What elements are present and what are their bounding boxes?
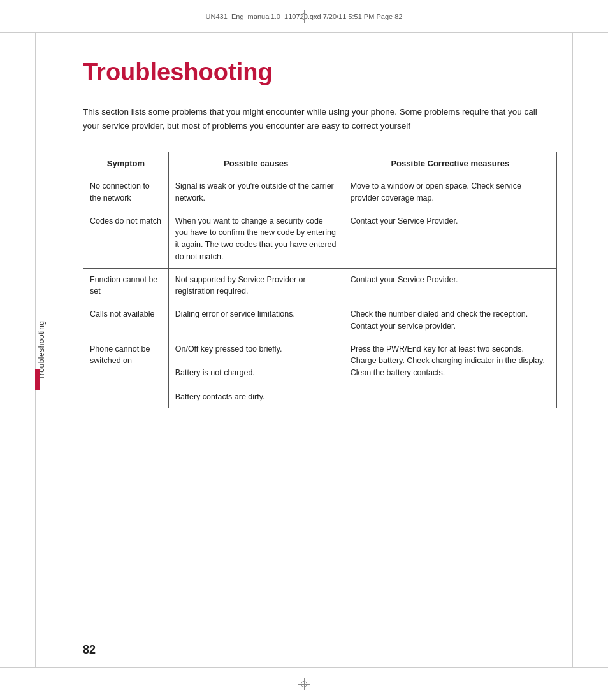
- col-header-corrective: Possible Corrective measures: [344, 152, 556, 175]
- cell-causes: On/Off key pressed too briefly.Battery i…: [168, 338, 344, 408]
- cell-corrective: Move to a window or open space. Check se…: [344, 175, 556, 210]
- cell-corrective: Check the number dialed and check the re…: [344, 303, 556, 338]
- cell-causes: Signal is weak or you're outside of the …: [168, 175, 344, 210]
- cell-causes: When you want to change a security code …: [168, 210, 344, 268]
- cell-causes: Dialing error or service limitations.: [168, 303, 344, 338]
- table-header-row: Symptom Possible causes Possible Correct…: [83, 152, 557, 175]
- cell-symptom: Phone cannot be switched on: [83, 338, 169, 408]
- margin-line-left: [35, 33, 36, 667]
- page-number: 82: [83, 643, 96, 657]
- table-row: No connection to the networkSignal is we…: [83, 175, 557, 210]
- col-header-symptom: Symptom: [83, 152, 169, 175]
- cell-symptom: Codes do not match: [83, 210, 169, 268]
- crosshair-top: [298, 10, 310, 23]
- sidebar-accent: [35, 369, 40, 390]
- main-content: Troubleshooting This section lists some …: [83, 33, 557, 667]
- page-footer: [0, 667, 608, 700]
- crosshair-bottom: [298, 678, 310, 690]
- cell-causes: Not supported by Service Provider or reg…: [168, 268, 344, 303]
- margin-line-right: [572, 33, 573, 667]
- intro-text: This section lists some problems that yo…: [83, 105, 542, 132]
- cell-corrective: Contact your Service Provider.: [344, 268, 556, 303]
- troubleshoot-table: Symptom Possible causes Possible Correct…: [83, 152, 557, 408]
- cell-symptom: Function cannot be set: [83, 268, 169, 303]
- table-row: Codes do not matchWhen you want to chang…: [83, 210, 557, 268]
- page-title: Troubleshooting: [83, 59, 557, 86]
- table-row: Calls not availableDialing error or serv…: [83, 303, 557, 338]
- cell-corrective: Press the PWR/End key for at least two s…: [344, 338, 556, 408]
- col-header-causes: Possible causes: [168, 152, 344, 175]
- table-row: Function cannot be setNot supported by S…: [83, 268, 557, 303]
- cell-corrective: Contact your Service Provider.: [344, 210, 556, 268]
- table-row: Phone cannot be switched onOn/Off key pr…: [83, 338, 557, 408]
- cell-symptom: Calls not available: [83, 303, 169, 338]
- cell-symptom: No connection to the network: [83, 175, 169, 210]
